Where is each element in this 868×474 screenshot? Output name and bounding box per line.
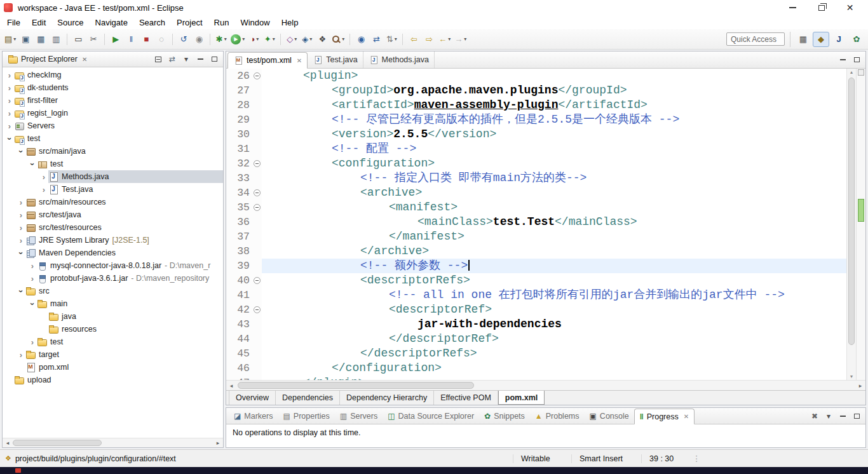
tree-item-dk-students[interactable]: ›dk-students (3, 81, 223, 94)
code-line-36[interactable]: <mainClass>test.Test</mainClass> (262, 215, 846, 229)
web-browser-button[interactable]: ◉ (354, 32, 368, 47)
coverage-button[interactable]: ◑▾ (247, 32, 261, 47)
fold-collapse-icon[interactable] (254, 204, 261, 211)
code-area[interactable]: <plugin><groupId>org.apache.maven.plugin… (262, 69, 846, 380)
tree-item-main[interactable]: ›main (3, 297, 223, 310)
suspend-button[interactable]: ‖ (124, 32, 138, 47)
project-explorer-tab[interactable]: Project Explorer ✕ (5, 51, 90, 67)
menu-run[interactable]: Run (208, 17, 235, 29)
code-line-28[interactable]: <artifactId>maven-assembly-plugin</artif… (262, 98, 846, 112)
cut-button[interactable]: ✂ (86, 32, 100, 47)
code-line-47[interactable]: </plugin> (262, 376, 846, 380)
save-all-button[interactable]: ▦ (34, 32, 48, 47)
link-with-editor-icon[interactable]: ⇄ (166, 53, 179, 65)
tree-item-methods-java[interactable]: ›Methods.java (3, 170, 223, 183)
expand-arrow-icon[interactable]: › (17, 351, 25, 359)
tree-item-first-filter[interactable]: ›first-filter (3, 94, 223, 107)
panel-tab-console[interactable]: ▣Console (585, 408, 634, 424)
taskbar-app-icon[interactable] (15, 468, 21, 473)
debug-button[interactable]: ✱▾ (214, 32, 228, 47)
menu-edit[interactable]: Edit (26, 17, 51, 29)
tree-item-src[interactable]: ›src (3, 285, 223, 297)
open-perspective-button[interactable]: ▦ (795, 32, 811, 47)
collapse-all-icon[interactable] (152, 53, 165, 65)
code-line-38[interactable]: </archive> (262, 244, 846, 259)
minimize-icon[interactable] (836, 410, 849, 423)
menu-help[interactable]: Help (276, 17, 304, 29)
minimize-window-button[interactable] (778, 1, 807, 15)
close-icon[interactable]: ✕ (684, 413, 689, 420)
close-icon[interactable]: ✕ (297, 57, 302, 64)
new-xml-file-button[interactable]: ◇▾ (285, 32, 299, 47)
tree-item-src-test-resources[interactable]: ›src/test/resources (3, 221, 223, 234)
expand-arrow-icon[interactable]: › (5, 97, 14, 105)
expand-arrow-icon[interactable]: › (17, 147, 25, 156)
code-line-31[interactable]: <!-- 配置 --> (262, 142, 846, 156)
tree-item-regist-login[interactable]: ›regist_login (3, 107, 223, 119)
scroll-up-arrow[interactable]: ▴ (847, 69, 856, 75)
tree-item-src-main-resources[interactable]: ›src/main/resources (3, 196, 223, 208)
tree-item-test[interactable]: ›test (3, 132, 223, 145)
editor-hscrollbar[interactable]: ◂ ▸ (226, 380, 865, 390)
panel-tab-servers[interactable]: ▥Servers (335, 408, 383, 424)
expand-arrow-icon[interactable]: › (17, 211, 25, 219)
tree-item-java[interactable]: java (3, 310, 223, 323)
editor-subtab-overview[interactable]: Overview (229, 391, 276, 405)
expand-arrow-icon[interactable]: › (28, 262, 37, 270)
expand-arrow-icon[interactable]: › (17, 198, 25, 207)
scrollbar-thumb[interactable] (238, 382, 474, 389)
expand-arrow-icon[interactable]: › (29, 159, 37, 168)
code-line-37[interactable]: </manifest> (262, 229, 846, 244)
explorer-hscrollbar[interactable]: ◂ ▸ (3, 438, 223, 447)
tree-item-pom-xml[interactable]: pom.xml (3, 361, 223, 374)
expand-arrow-icon[interactable]: › (6, 134, 14, 143)
expand-arrow-icon[interactable]: › (28, 338, 37, 346)
new-wizard-button[interactable]: ▤▾ (3, 32, 17, 47)
refresh-button[interactable]: ↺ (177, 32, 191, 47)
tree-item-test[interactable]: ›test (3, 335, 223, 348)
code-line-44[interactable]: </descriptorRef> (262, 332, 846, 346)
quick-access-input[interactable]: Quick Access (726, 32, 785, 46)
tree-item-test-java[interactable]: ›Test.java (3, 183, 223, 196)
tree-item-test[interactable]: ›test (3, 158, 223, 170)
fold-collapse-icon[interactable] (254, 277, 261, 284)
expand-arrow-icon[interactable]: › (29, 299, 37, 308)
fold-collapse-icon[interactable] (254, 160, 261, 167)
editor-tab-methods-java[interactable]: Methods.java (363, 51, 435, 68)
code-line-43[interactable]: jar-with-dependencies (262, 317, 846, 332)
close-window-button[interactable]: ✕ (836, 1, 864, 15)
tree-item-src-test-java[interactable]: ›src/test/java (3, 208, 223, 221)
editor-subtab-effective-pom[interactable]: Effective POM (434, 391, 498, 405)
expand-arrow-icon[interactable]: › (17, 287, 25, 295)
tree-item-jre-system-library[interactable]: ›JRE System Library[J2SE-1.5] (3, 234, 223, 247)
scroll-left-arrow[interactable]: ◂ (227, 383, 235, 389)
menu-window[interactable]: Window (234, 17, 275, 29)
expand-arrow-icon[interactable]: › (5, 109, 14, 118)
scroll-right-arrow[interactable]: ▸ (214, 440, 222, 446)
panel-tab-markers[interactable]: ◪Markers (229, 408, 278, 424)
menu-source[interactable]: Source (51, 17, 89, 29)
editor-tab-test-java[interactable]: Test.java (308, 51, 363, 68)
code-line-26[interactable]: <plugin> (262, 69, 846, 83)
back-button[interactable]: ←▾ (437, 32, 452, 47)
expand-arrow-icon[interactable]: › (5, 122, 14, 130)
open-element-button[interactable]: ❖ (315, 32, 329, 47)
panel-tab-problems[interactable]: ▲Problems (530, 408, 585, 424)
editor-tab-test-pom-xml[interactable]: test/pom.xml✕ (227, 52, 308, 69)
menu-navigate[interactable]: Navigate (90, 17, 133, 29)
tree-item-protobuf-java-3-6-1-jar[interactable]: ›protobuf-java-3.6.1.jar- D:\maven_repos… (3, 272, 223, 285)
expand-arrow-icon[interactable]: › (5, 84, 14, 92)
external-tools-button[interactable]: ✦▾ (262, 32, 276, 47)
panel-tab-properties[interactable]: ▤Properties (278, 408, 335, 424)
forward-button[interactable]: →▾ (453, 32, 468, 47)
perspective-java-button[interactable]: J (831, 32, 847, 47)
save-button[interactable]: ▣ (18, 32, 32, 47)
disconnect-button[interactable]: ◌ (154, 32, 168, 47)
scroll-left-arrow[interactable]: ◂ (4, 440, 11, 446)
terminate-button[interactable]: ■ (139, 32, 153, 47)
tree-item-upload[interactable]: upload (3, 374, 223, 386)
menu-project[interactable]: Project (171, 17, 208, 29)
tree-item-servers[interactable]: ›Servers (3, 119, 223, 132)
tree-item-mysql-connector-java-8-0-18-jar[interactable]: ›mysql-connector-java-8.0.18.jar- D:\mav… (3, 259, 223, 272)
remove-all-icon[interactable]: ✖ (808, 410, 821, 423)
